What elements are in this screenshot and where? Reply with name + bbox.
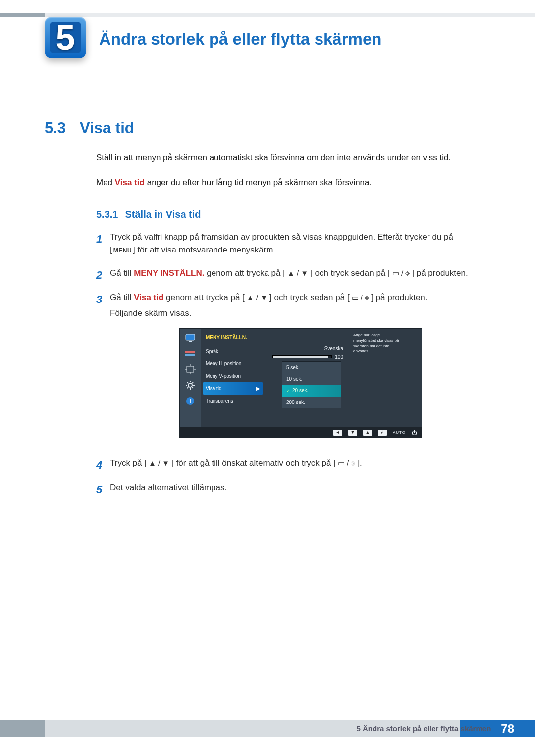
chapter-badge: 5 bbox=[45, 17, 86, 58]
subsection-heading: 5.3.1Ställa in Visa tid bbox=[96, 207, 201, 222]
picture-icon bbox=[184, 333, 196, 343]
osd-item-visatid: Visa tid▶ bbox=[203, 382, 263, 395]
osd-value-hpos: 100 bbox=[268, 353, 346, 361]
section-title: Visa tid bbox=[80, 119, 134, 137]
nav-left-icon: ◄ bbox=[333, 430, 342, 436]
osd-help-text: Ange hur länge menyfönstret ska visas på… bbox=[349, 329, 404, 427]
step-4: 4 Tryck på [▲ / ▼] för att gå till önska… bbox=[96, 457, 481, 473]
settings-icon bbox=[184, 380, 196, 390]
chapter-number: 5 bbox=[56, 17, 75, 58]
intro-line-2: Med Visa tid anger du efter hur lång tid… bbox=[96, 176, 481, 189]
intro-line-1: Ställ in att menyn på skärmen automatisk… bbox=[96, 151, 481, 164]
nav-up-icon: ▲ bbox=[363, 430, 372, 436]
up-down-icon: ▲ / ▼ bbox=[147, 458, 171, 469]
svg-text:i: i bbox=[189, 398, 191, 404]
svg-point-5 bbox=[188, 383, 192, 387]
section-heading: 5.3Visa tid bbox=[45, 117, 134, 140]
osd-slider bbox=[272, 355, 332, 358]
footer-bar: 5 Ändra storlek på eller flytta skärmen … bbox=[0, 720, 535, 737]
svg-rect-2 bbox=[185, 351, 195, 353]
step-number: 2 bbox=[96, 267, 110, 283]
svg-rect-3 bbox=[185, 354, 195, 356]
step-2: 2 Gå till MENY INSTÄLLN. genom att tryck… bbox=[96, 267, 481, 283]
page-number: 78 bbox=[501, 720, 514, 738]
color-icon bbox=[184, 349, 196, 358]
osd-menu-title: MENY INSTÄLLN. bbox=[201, 333, 265, 345]
steps-list: 1 Tryck på valfri knapp på framsidan av … bbox=[96, 231, 481, 505]
subsection-title: Ställa in Visa tid bbox=[125, 209, 201, 220]
info-icon: i bbox=[184, 396, 196, 406]
osd-options-popup: 5 sek. 10 sek. 20 sek. 200 sek. bbox=[282, 361, 341, 408]
svg-rect-0 bbox=[186, 334, 195, 340]
osd-item-hpos: Meny H-position bbox=[201, 357, 265, 370]
section-number: 5.3 bbox=[45, 119, 66, 137]
nav-down-icon: ▼ bbox=[348, 430, 357, 436]
osd-center-column: Svenska 100 5 sek. 10 sek. 20 sek. 200 s… bbox=[265, 329, 349, 427]
step-number: 1 bbox=[96, 231, 110, 259]
osd-bottom-bar: ◄ ▼ ▲ ↲ AUTO ⏻ bbox=[179, 427, 422, 438]
up-down-icon: ▲ / ▼ bbox=[245, 292, 269, 303]
section-intro: Ställ in att menyn på skärmen automatisk… bbox=[96, 151, 481, 201]
up-down-icon: ▲ / ▼ bbox=[285, 268, 310, 279]
osd-item-sprak: Språk bbox=[201, 345, 265, 357]
select-source-icon: ▭ / ⎆ bbox=[350, 292, 372, 303]
osd-category-icons: i bbox=[180, 329, 201, 427]
step-3: 3 Gå till Visa tid genom att trycka på [… bbox=[96, 291, 481, 449]
step-number: 4 bbox=[96, 457, 110, 473]
step-number: 3 bbox=[96, 291, 110, 449]
osd-option: 5 sek. bbox=[282, 362, 341, 373]
osd-item-vpos: Meny V-position bbox=[201, 370, 265, 382]
step-number: 5 bbox=[96, 481, 110, 498]
osd-left-column: MENY INSTÄLLN. Språk Meny H-position Men… bbox=[201, 329, 265, 427]
chapter-title: Ändra storlek på eller flytta skärmen bbox=[99, 27, 381, 51]
osd-option: 200 sek. bbox=[282, 397, 341, 408]
osd-screenshot: i MENY INSTÄLLN. Språk Meny H-position M… bbox=[179, 328, 422, 438]
top-accent-bar bbox=[0, 13, 535, 17]
power-icon: ⏻ bbox=[412, 429, 417, 437]
footer-chapter-text: 5 Ändra storlek på eller flytta skärmen bbox=[357, 723, 491, 735]
subsection-number: 5.3.1 bbox=[96, 209, 118, 220]
osd-option-selected: 20 sek. bbox=[282, 385, 341, 397]
osd-value-sprak: Svenska bbox=[268, 344, 346, 353]
select-source-icon: ▭ / ⎆ bbox=[390, 268, 412, 279]
svg-rect-1 bbox=[189, 341, 192, 342]
menu-keyword: MENU bbox=[112, 247, 133, 254]
step-5: 5 Det valda alternativet tillämpas. bbox=[96, 481, 481, 498]
svg-rect-4 bbox=[187, 366, 194, 372]
select-source-icon: ▭ / ⎆ bbox=[336, 458, 358, 469]
step-1: 1 Tryck på valfri knapp på framsidan av … bbox=[96, 231, 481, 259]
osd-option: 10 sek. bbox=[282, 373, 341, 385]
nav-enter-icon: ↲ bbox=[378, 430, 387, 436]
osd-item-transparens: Transparens bbox=[201, 395, 265, 407]
size-icon bbox=[184, 364, 196, 374]
auto-label: AUTO bbox=[393, 430, 406, 436]
